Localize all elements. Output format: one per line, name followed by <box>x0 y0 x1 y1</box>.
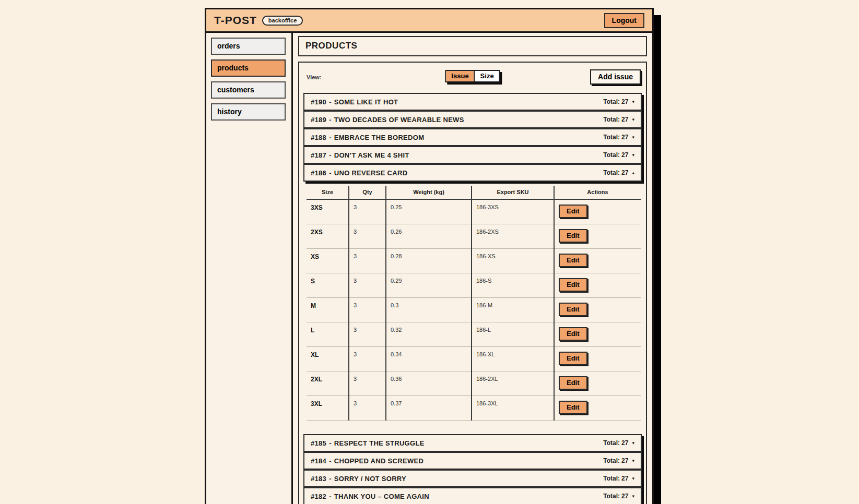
caret-down-icon: ▾ <box>632 135 634 140</box>
size-table-header: Size Qty Weight (kg) Export SKU Actions <box>307 186 641 199</box>
table-row: S 3 0.29 186-S Edit <box>307 273 641 298</box>
sidebar-item-orders[interactable]: orders <box>211 38 286 55</box>
size-cell: 3XL <box>307 396 349 421</box>
issue-total: Total:27▾ <box>603 134 634 141</box>
edit-button[interactable]: Edit <box>559 303 587 316</box>
edit-button[interactable]: Edit <box>559 205 587 218</box>
qty-cell: 3 <box>349 224 386 249</box>
qty-cell: 3 <box>349 249 386 273</box>
view-toggle: Issue Size <box>445 70 500 82</box>
caret-down-icon: ▾ <box>632 152 634 158</box>
sidebar-item-history[interactable]: history <box>211 103 286 121</box>
edit-button[interactable]: Edit <box>559 278 587 292</box>
logout-button[interactable]: Logout <box>604 13 644 28</box>
caret-down-icon: ▾ <box>632 440 634 446</box>
weight-cell: 0.34 <box>386 347 472 371</box>
caret-down-icon: ▾ <box>632 458 634 463</box>
size-cell: M <box>307 298 349 322</box>
page-title: PRODUCTS <box>298 36 647 56</box>
sidebar-item-products[interactable]: products <box>211 59 286 77</box>
issue-row-184[interactable]: #184-CHOPPED AND SCREWED Total:27▾ <box>303 452 642 470</box>
sku-cell: 186-XS <box>472 249 554 273</box>
size-cell: 2XL <box>307 371 349 396</box>
sku-cell: 186-2XL <box>472 371 554 396</box>
issue-row-183[interactable]: #183-SORRY / NOT SORRY Total:27▾ <box>303 470 642 487</box>
issue-title: #186-UNO REVERSE CARD <box>311 169 407 177</box>
issue-title: #187-DON’T ASK ME 4 SHIT <box>311 151 409 159</box>
edit-button[interactable]: Edit <box>559 229 587 243</box>
view-toggle-size[interactable]: Size <box>475 71 499 81</box>
table-row: 3XS 3 0.25 186-3XS Edit <box>307 199 641 224</box>
sku-cell: 186-M <box>472 298 554 322</box>
products-panel: View: Issue Size Add issue #190-SOME LIK… <box>298 62 647 504</box>
issue-row-182[interactable]: #182-THANK YOU – COME AGAIN Total:27▾ <box>303 487 642 504</box>
size-table: Size Qty Weight (kg) Export SKU Actions … <box>307 186 641 421</box>
sku-cell: 186-2XS <box>472 224 554 249</box>
edit-button[interactable]: Edit <box>559 254 587 267</box>
add-issue-button[interactable]: Add issue <box>590 69 641 85</box>
issue-row-189[interactable]: #189-TWO DECADES OF WEARABLE NEWS Total:… <box>303 111 642 128</box>
qty-cell: 3 <box>349 199 386 224</box>
view-label: View: <box>304 74 322 80</box>
col-header-weight: Weight (kg) <box>386 186 472 199</box>
issue-186-details: Size Qty Weight (kg) Export SKU Actions … <box>303 182 642 434</box>
weight-cell: 0.37 <box>386 396 472 421</box>
sidebar-item-customers[interactable]: customers <box>211 81 286 99</box>
weight-cell: 0.26 <box>386 224 472 249</box>
edit-button[interactable]: Edit <box>559 376 587 390</box>
issue-total: Total:27▾ <box>603 475 634 482</box>
table-row: XL 3 0.34 186-XL Edit <box>307 347 641 371</box>
sku-cell: 186-L <box>472 322 554 347</box>
caret-down-icon: ▾ <box>632 494 634 499</box>
view-toggle-issue[interactable]: Issue <box>446 71 474 81</box>
qty-cell: 3 <box>349 347 386 371</box>
caret-down-icon: ▾ <box>632 117 634 122</box>
col-header-qty: Qty <box>349 186 386 199</box>
col-header-sku: Export SKU <box>472 186 554 199</box>
col-header-size: Size <box>307 186 349 199</box>
edit-button[interactable]: Edit <box>559 401 587 414</box>
qty-cell: 3 <box>349 273 386 298</box>
main-panel: PRODUCTS View: Issue Size Add issue #190… <box>293 33 652 504</box>
caret-up-icon: ▴ <box>632 170 634 175</box>
edit-button[interactable]: Edit <box>559 352 587 365</box>
sidebar: orders products customers history <box>206 33 293 504</box>
table-row: 2XL 3 0.36 186-2XL Edit <box>307 371 641 396</box>
issue-row-187[interactable]: #187-DON’T ASK ME 4 SHIT Total:27▾ <box>303 146 642 164</box>
backoffice-badge: backoffice <box>262 16 303 26</box>
backoffice-window: T-POST backoffice Logout orders products… <box>205 8 654 504</box>
size-cell: S <box>307 273 349 298</box>
issue-title: #182-THANK YOU – COME AGAIN <box>311 493 429 500</box>
issue-row-185[interactable]: #185-RESPECT THE STRUGGLE Total:27▾ <box>303 434 642 452</box>
app-header: T-POST backoffice Logout <box>206 9 652 33</box>
issue-total: Total:27▴ <box>603 169 634 176</box>
issue-title: #189-TWO DECADES OF WEARABLE NEWS <box>311 116 464 124</box>
size-cell: 2XS <box>307 224 349 249</box>
sku-cell: 186-S <box>472 273 554 298</box>
issue-row-190[interactable]: #190-SOME LIKE IT HOT Total:27▾ <box>303 93 642 111</box>
issue-title: #185-RESPECT THE STRUGGLE <box>311 439 425 447</box>
edit-button[interactable]: Edit <box>559 327 587 341</box>
issue-row-186-expanded[interactable]: #186-UNO REVERSE CARD Total:27▴ <box>303 164 642 182</box>
caret-down-icon: ▾ <box>632 476 634 481</box>
caret-down-icon: ▾ <box>632 99 634 104</box>
table-row: 3XL 3 0.37 186-3XL Edit <box>307 396 641 421</box>
qty-cell: 3 <box>349 371 386 396</box>
view-controls: View: Issue Size Add issue <box>304 70 641 84</box>
weight-cell: 0.29 <box>386 273 472 298</box>
issue-total: Total:27▾ <box>603 493 634 500</box>
sku-cell: 186-3XL <box>472 396 554 421</box>
size-cell: XS <box>307 249 349 273</box>
table-row: XS 3 0.28 186-XS Edit <box>307 249 641 273</box>
content-area: orders products customers history PRODUC… <box>206 33 652 504</box>
issue-total: Total:27▾ <box>603 457 634 464</box>
weight-cell: 0.32 <box>386 322 472 347</box>
size-cell: XL <box>307 347 349 371</box>
issue-total: Total:27▾ <box>603 439 634 447</box>
qty-cell: 3 <box>349 322 386 347</box>
issue-total: Total:27▾ <box>603 151 634 159</box>
issue-total: Total:27▾ <box>603 98 634 105</box>
qty-cell: 3 <box>349 298 386 322</box>
size-cell: L <box>307 322 349 347</box>
issue-row-188[interactable]: #188-EMBRACE THE BOREDOM Total:27▾ <box>303 128 642 146</box>
